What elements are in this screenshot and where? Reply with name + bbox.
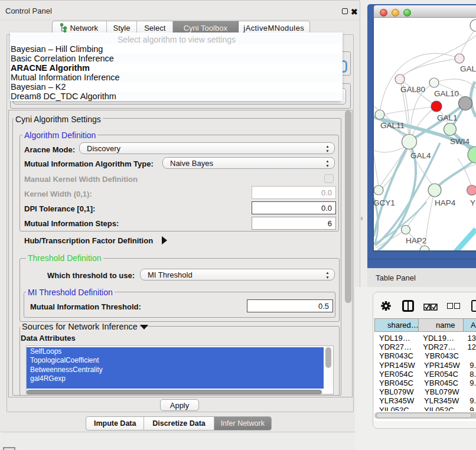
- svg-text:GAL10: GAL10: [434, 89, 459, 98]
- svg-text:GAL80: GAL80: [400, 85, 425, 94]
- svg-text:Y: Y: [470, 198, 475, 207]
- svg-text:GAL1: GAL1: [437, 113, 458, 122]
- svg-text:GAL11: GAL11: [380, 121, 405, 130]
- svg-text:GCY1: GCY1: [374, 198, 395, 207]
- svg-text:HAP2: HAP2: [406, 236, 426, 245]
- svg-text:SWI4: SWI4: [450, 137, 470, 146]
- svg-text:GAL4: GAL4: [410, 151, 431, 160]
- svg-text:GAL: GAL: [460, 64, 476, 73]
- svg-text:HAP4: HAP4: [435, 198, 456, 207]
